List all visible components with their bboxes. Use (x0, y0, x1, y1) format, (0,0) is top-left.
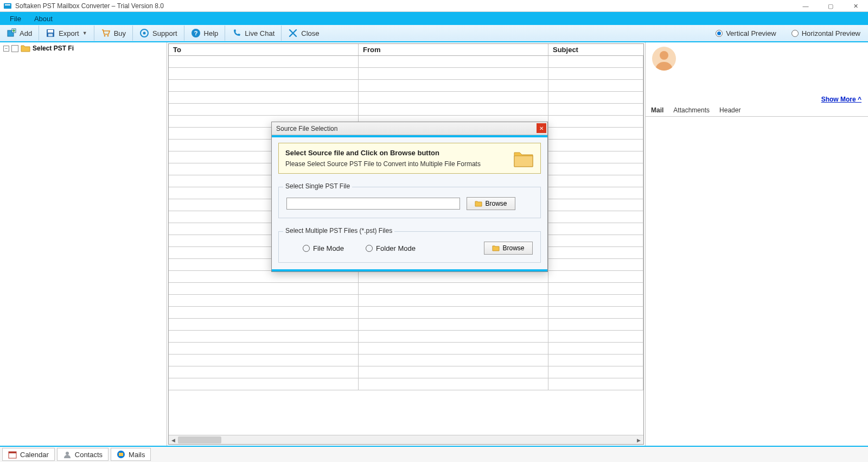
export-button[interactable]: Export ▼ (39, 24, 94, 42)
chevron-down-icon: ▼ (82, 30, 87, 36)
add-button[interactable]: Add (0, 24, 39, 42)
tab-contacts[interactable]: Contacts (57, 448, 108, 461)
app-icon (3, 2, 12, 10)
menubar: File About (0, 12, 868, 25)
info-subtext: Please Select Source PST File to Convert… (285, 160, 506, 168)
col-from[interactable]: From (359, 44, 548, 55)
vertical-preview-label: Vertical Preview (726, 29, 776, 37)
scroll-left-icon[interactable]: ◀ (169, 435, 178, 445)
close-window-button[interactable]: ✕ (843, 0, 868, 12)
grid-header: To From Subject (169, 44, 643, 56)
menu-file[interactable]: File (3, 13, 28, 24)
svg-text:?: ? (194, 30, 197, 36)
folder-mode-label: Folder Mode (376, 244, 416, 252)
single-file-group: Select Single PST File Browse (278, 187, 541, 218)
mails-label: Mails (129, 451, 145, 459)
dialog-close-button[interactable]: ✕ (537, 123, 546, 133)
svg-rect-18 (119, 453, 123, 456)
tree-checkbox[interactable] (11, 45, 18, 52)
radio-checked-icon (716, 30, 723, 37)
multiple-file-label: Select Multiple PST Files (*.pst) Files (283, 227, 394, 235)
preview-tabs: Mail Attachments Header (646, 105, 868, 117)
multiple-file-group: Select Multiple PST Files (*.pst) Files … (278, 231, 541, 263)
horizontal-preview-label: Horizontal Preview (802, 29, 860, 37)
window-controls: — ▢ ✕ (793, 0, 868, 12)
svg-point-8 (107, 35, 108, 37)
radio-unchecked-icon (792, 30, 799, 37)
add-label: Add (20, 29, 32, 37)
info-banner: Select Source file and Click on Browse b… (278, 143, 541, 174)
vertical-preview-radio[interactable]: Vertical Preview (708, 29, 783, 37)
folder-mode-radio[interactable]: Folder Mode (366, 244, 416, 252)
svg-rect-6 (48, 34, 53, 36)
phone-icon (232, 28, 241, 38)
add-icon (7, 28, 16, 38)
col-to[interactable]: To (169, 44, 359, 55)
tab-mail[interactable]: Mail (650, 105, 665, 116)
close-button[interactable]: Close (282, 24, 326, 42)
show-more-link[interactable]: Show More ^ (821, 96, 861, 103)
help-icon: ? (191, 28, 201, 38)
folder-open-icon (475, 200, 482, 207)
tab-mails[interactable]: Mails (111, 448, 151, 461)
folder-open-icon (492, 245, 500, 251)
bottom-tabs: Calendar Contacts Mails (0, 446, 868, 462)
col-subject[interactable]: Subject (548, 44, 643, 55)
avatar (652, 47, 676, 71)
radio-unchecked-icon (366, 245, 373, 252)
save-icon (46, 28, 55, 38)
browse-multiple-button[interactable]: Browse (484, 242, 533, 255)
file-mode-label: File Mode (313, 244, 344, 252)
dialog-titlebar[interactable]: Source File Selection ✕ (272, 122, 547, 135)
mails-icon (117, 450, 125, 459)
info-heading: Select Source file and Click on Browse b… (285, 149, 506, 157)
dialog-title-text: Source File Selection (276, 125, 337, 132)
tab-calendar[interactable]: Calendar (2, 448, 55, 461)
svg-rect-15 (9, 452, 16, 453)
buy-button[interactable]: Buy (94, 24, 132, 42)
buy-label: Buy (114, 29, 126, 37)
livechat-label: Live Chat (245, 29, 275, 37)
tree-root-item[interactable]: − Select PST Fi (3, 45, 163, 52)
contacts-icon (63, 450, 72, 459)
horizontal-preview-radio[interactable]: Horizontal Preview (784, 29, 868, 37)
scroll-thumb[interactable] (178, 436, 221, 444)
tree-panel: − Select PST Fi (0, 42, 167, 446)
folder-icon (21, 45, 30, 52)
close-label: Close (301, 29, 319, 37)
svg-point-16 (66, 452, 69, 455)
single-file-label: Select Single PST File (283, 182, 352, 190)
livechat-button[interactable]: Live Chat (225, 24, 281, 42)
svg-rect-5 (48, 30, 53, 33)
help-button[interactable]: ? Help (184, 24, 225, 42)
tab-attachments[interactable]: Attachments (672, 105, 711, 116)
maximize-button[interactable]: ▢ (818, 0, 843, 12)
svg-point-13 (660, 51, 668, 60)
folder-large-icon (513, 149, 534, 168)
cart-icon (101, 28, 111, 38)
horizontal-scrollbar[interactable]: ◀ ▶ (169, 435, 643, 444)
tree-collapse-icon[interactable]: − (3, 46, 9, 52)
svg-point-7 (104, 35, 105, 37)
single-file-input[interactable] (286, 198, 460, 210)
preview-header: Show More ^ (646, 42, 868, 105)
radio-unchecked-icon (303, 245, 310, 252)
browse-single-label: Browse (485, 200, 507, 207)
source-file-dialog: Source File Selection ✕ Select Source fi… (271, 122, 548, 272)
svg-rect-1 (5, 4, 10, 5)
browse-single-button[interactable]: Browse (467, 197, 515, 210)
close-icon (288, 28, 298, 38)
calendar-label: Calendar (20, 451, 49, 459)
contacts-label: Contacts (75, 451, 103, 459)
tab-header[interactable]: Header (718, 105, 742, 116)
titlebar: Softaken PST Mailbox Converter – Trial V… (0, 0, 868, 12)
menu-about[interactable]: About (28, 13, 59, 24)
svg-point-10 (143, 32, 146, 35)
support-icon (139, 28, 149, 38)
preview-panel: Show More ^ Mail Attachments Header (646, 42, 868, 446)
minimize-button[interactable]: — (793, 0, 818, 12)
file-mode-radio[interactable]: File Mode (303, 244, 344, 252)
support-button[interactable]: Support (133, 24, 184, 42)
scroll-right-icon[interactable]: ▶ (634, 435, 643, 445)
tree-root-label: Select PST Fi (33, 45, 157, 52)
